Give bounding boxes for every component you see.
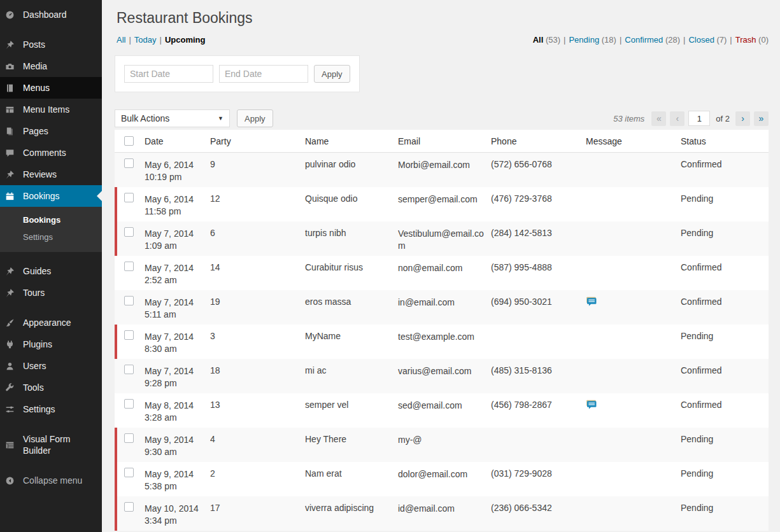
status-cell: Pending — [681, 428, 769, 462]
current-page-input[interactable] — [688, 111, 710, 126]
row-checkbox[interactable] — [124, 468, 134, 477]
booking-time: 9:30 am — [145, 446, 205, 458]
row-checkbox[interactable] — [124, 158, 134, 168]
status-cell: Confirmed — [681, 256, 769, 290]
email-cell: Morbi@email.com — [398, 153, 491, 187]
sidebar-item-settings[interactable]: Settings — [0, 398, 102, 420]
next-page-button[interactable]: › — [735, 111, 750, 126]
email-cell: non@email.com — [398, 256, 491, 290]
row-checkbox[interactable] — [124, 330, 134, 340]
status-cell: Pending — [681, 462, 769, 496]
menu-separator — [0, 304, 102, 312]
row-checkbox[interactable] — [124, 296, 134, 305]
sidebar-item-visual-form-builder[interactable]: Visual Form Builder — [0, 428, 102, 461]
sidebar-item-label: Visual Form Builder — [23, 433, 97, 456]
bookings-table: DatePartyNameEmailPhoneMessageStatus May… — [115, 130, 769, 531]
menu-separator — [0, 252, 102, 260]
sidebar-item-label: Appearance — [23, 317, 71, 328]
view-filter-upcoming[interactable]: Upcoming — [165, 35, 206, 45]
sidebar-item-appearance[interactable]: Appearance — [0, 312, 102, 333]
table-header: DatePartyNameEmailPhoneMessageStatus — [115, 130, 769, 153]
sidebar-item-label: Bookings — [23, 190, 60, 202]
email-cell: test@example.com — [398, 325, 491, 359]
party-cell: 13 — [210, 393, 305, 428]
column-header-party: Party — [210, 136, 305, 146]
sidebar-item-tours[interactable]: Tours — [0, 282, 102, 304]
prev-page-button[interactable]: ‹ — [670, 111, 684, 126]
end-date-input[interactable] — [219, 65, 308, 83]
bookings-submenu: BookingsSettings — [0, 207, 102, 252]
row-checkbox[interactable] — [124, 262, 134, 271]
sidebar-item-label: Settings — [23, 403, 55, 415]
view-filter-today[interactable]: Today — [134, 35, 157, 45]
booking-row: May 7, 20149:28 pm18mi acvarius@email.co… — [115, 359, 769, 393]
row-checkbox-cell — [115, 359, 145, 393]
status-filter-confirmed[interactable]: Confirmed (28) — [625, 35, 680, 45]
name-cell: MyName — [305, 325, 398, 359]
sidebar-item-label: Media — [23, 60, 47, 72]
row-checkbox-cell — [115, 187, 145, 221]
booking-date-cell: May 6, 201410:19 pm — [145, 153, 210, 187]
sidebar-item-label: Pages — [23, 125, 48, 137]
party-cell: 19 — [210, 290, 305, 325]
sidebar-item-users[interactable]: Users — [0, 355, 102, 377]
submenu-item-bookings[interactable]: Bookings — [0, 211, 102, 228]
message-cell — [586, 496, 681, 531]
message-bubble-icon[interactable] — [586, 297, 597, 307]
row-checkbox[interactable] — [124, 399, 134, 409]
status-filter-count: (0) — [756, 35, 769, 45]
row-checkbox-cell — [115, 153, 145, 187]
first-page-button[interactable]: « — [651, 111, 666, 126]
sidebar-item-media[interactable]: Media — [0, 55, 102, 77]
sidebar-item-guides[interactable]: Guides — [0, 260, 102, 282]
booking-time: 9:28 pm — [145, 377, 205, 389]
sidebar-item-label: Comments — [23, 147, 66, 158]
sidebar-item-label: Users — [23, 360, 46, 372]
sidebar-item-reviews[interactable]: Reviews — [0, 164, 102, 185]
booking-row: May 7, 20148:30 am3MyNametest@example.co… — [115, 325, 769, 359]
views-row: All|Today|Upcoming All (53)|Pending (18)… — [117, 35, 769, 45]
status-filter-label: Trash — [735, 35, 756, 45]
sidebar-item-dashboard[interactable]: Dashboard — [0, 4, 102, 25]
submenu-item-settings[interactable]: Settings — [0, 228, 102, 246]
status-filter-trash[interactable]: Trash (0) — [735, 35, 769, 45]
row-checkbox[interactable] — [124, 502, 134, 512]
status-filter-closed[interactable]: Closed (7) — [688, 35, 727, 45]
sidebar-item-bookings[interactable]: Bookings — [0, 185, 102, 207]
status-filter-pending[interactable]: Pending (18) — [569, 35, 616, 45]
bulk-actions-select[interactable]: Bulk Actions ▼ — [115, 109, 230, 127]
phone-cell: (456) 798-2867 — [491, 393, 586, 428]
booking-row: May 9, 20145:38 pm2Nam eratdolor@email.c… — [115, 462, 769, 496]
email-cell: in@email.com — [398, 290, 491, 325]
sidebar-item-collapse-menu[interactable]: Collapse menu — [0, 470, 102, 491]
sidebar-item-comments[interactable]: Comments — [0, 142, 102, 164]
view-filter-all[interactable]: All — [117, 35, 125, 45]
booking-date: May 7, 2014 — [145, 365, 205, 377]
date-filter-panel: Apply — [115, 55, 360, 92]
status-filter-all[interactable]: All (53) — [533, 35, 560, 45]
date-filter-apply-button[interactable]: Apply — [314, 65, 350, 83]
sidebar-item-plugins[interactable]: Plugins — [0, 333, 102, 355]
message-cell — [586, 325, 681, 359]
select-all-checkbox[interactable] — [124, 136, 134, 146]
admin-menu: DashboardPostsMediaMenusMenu ItemsPagesC… — [0, 4, 102, 491]
sidebar-item-pages[interactable]: Pages — [0, 120, 102, 142]
sidebar-item-menu-items[interactable]: Menu Items — [0, 99, 102, 120]
booking-date: May 9, 2014 — [145, 468, 205, 480]
bulk-apply-button[interactable]: Apply — [237, 109, 273, 127]
row-checkbox[interactable] — [124, 227, 134, 237]
row-checkbox[interactable] — [124, 193, 134, 202]
row-checkbox[interactable] — [124, 433, 134, 443]
row-checkbox-cell — [115, 393, 145, 428]
message-bubble-icon[interactable] — [586, 400, 597, 410]
row-checkbox[interactable] — [124, 365, 134, 374]
collapse-icon — [5, 475, 18, 486]
sidebar-item-tools[interactable]: Tools — [0, 377, 102, 398]
sidebar-item-posts[interactable]: Posts — [0, 34, 102, 55]
name-cell: Hey There — [305, 428, 398, 462]
name-cell: Nam erat — [305, 462, 398, 496]
status-cell: Pending — [681, 496, 769, 531]
start-date-input[interactable] — [124, 65, 213, 83]
sidebar-item-menus[interactable]: Menus — [0, 77, 102, 99]
last-page-button[interactable]: » — [754, 111, 769, 126]
